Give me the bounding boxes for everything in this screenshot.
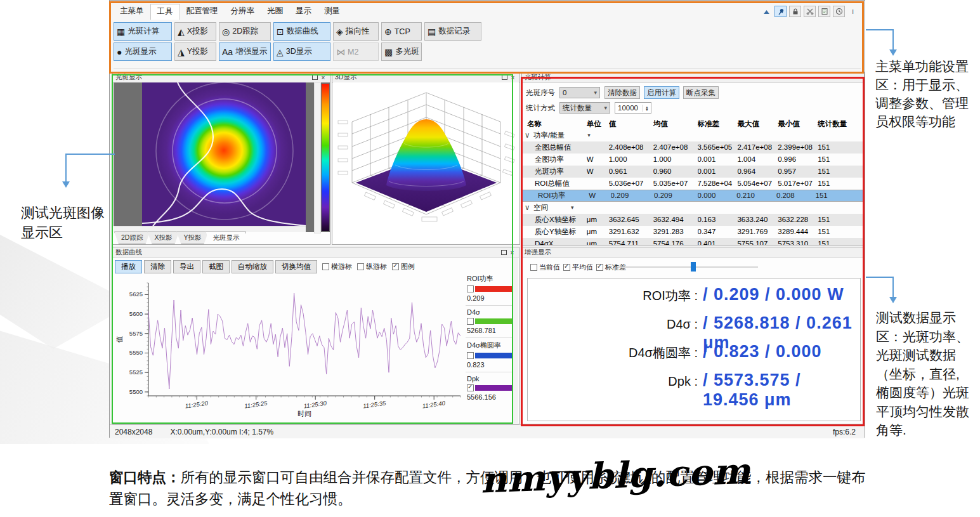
menu-item-2[interactable]: 配置管理 — [180, 4, 225, 20]
toolbar-button-pointing[interactable]: ◈ 指向性 — [333, 22, 379, 41]
collapse-icon[interactable] — [761, 6, 772, 16]
vertical-scrollbar[interactable] — [314, 82, 321, 233]
collapse-arrow-icon[interactable]: ∨ — [522, 129, 533, 141]
info-icon[interactable]: i — [847, 6, 858, 16]
tab-2D跟踪[interactable]: 2D跟踪 — [114, 232, 150, 244]
restore-window-icon[interactable] — [500, 249, 508, 256]
toolbar-button-data-curve[interactable]: ⊡ 数据曲线 — [273, 22, 330, 41]
toolbar-button-data-record[interactable]: ▤ 数据记录 — [424, 22, 481, 41]
panel-titlebar: 光斑计算 — [522, 72, 864, 83]
table-row[interactable]: 光斑功率W0.9610.9600.0010.9640.957151 — [522, 166, 864, 178]
tab-X投影[interactable]: X投影 — [147, 232, 179, 244]
menu-item-4[interactable]: 光圈 — [261, 4, 289, 20]
calc-button-1[interactable]: 启用计算 — [644, 86, 679, 99]
pin-icon[interactable] — [774, 6, 787, 17]
legend-scrollbar[interactable] — [513, 258, 518, 423]
stat-mode-label: 统计方式 — [526, 103, 555, 113]
slider-handle[interactable] — [691, 262, 696, 272]
calc-button-0[interactable]: 清除数据 — [604, 86, 640, 99]
legend-checkbox[interactable] — [467, 318, 474, 325]
menu-item-1[interactable]: 工具 — [150, 4, 180, 20]
toolbar-button-m2[interactable]: ⋈ M2 — [333, 43, 379, 61]
checkbox-icon[interactable] — [322, 263, 329, 270]
enhanced-checkbox-1[interactable]: 平均值 — [563, 263, 593, 272]
menu-item-3[interactable]: 分辨率 — [225, 4, 261, 20]
legend-checkbox[interactable] — [467, 384, 474, 391]
table-group-row[interactable]: ∨ 空间 ▾ — [522, 202, 864, 214]
tab-Y投影[interactable]: Y投影 — [176, 232, 208, 244]
stat-count-spinner[interactable]: 10000 ▴▾ — [615, 102, 651, 114]
toolbar-button-y-projection[interactable]: ◮ Y投影 — [174, 43, 216, 61]
data-record-icon: ▤ — [428, 27, 436, 36]
toolbar: ▦ 光斑计算 ◭ X投影 ◎ 2D跟踪 ⊡ 数据曲线 ◈ 指向性 ⊕ TCP ▤… — [114, 22, 861, 69]
close-icon[interactable]: × — [319, 74, 327, 81]
beam-seq-select[interactable]: 0▾ — [559, 87, 600, 98]
close-icon[interactable]: × — [509, 74, 517, 81]
status-resolution: 2048x2048 — [115, 428, 152, 436]
chevron-down-icon[interactable]: ▾ — [587, 129, 591, 141]
surface-plot[interactable] — [333, 82, 519, 244]
checkbox-icon[interactable] — [530, 264, 537, 271]
enhanced-checkbox-0[interactable]: 当前值 — [530, 263, 560, 272]
checkbox-icon[interactable] — [357, 263, 364, 270]
stats-table: 名称单位值均值标准差最大值最小值统计数量 ∨ 功率/能量 ▾全图总幅值2.408… — [522, 118, 864, 245]
curve-checkbox-1[interactable]: 纵游标 — [357, 262, 387, 272]
legend-color-bar — [475, 353, 516, 358]
curve-button-3[interactable]: 截图 — [202, 260, 230, 273]
curve-button-4[interactable]: 自动缩放 — [232, 260, 273, 273]
history-icon[interactable] — [833, 6, 845, 17]
table-row[interactable]: 全图总幅值2.408e+082.407e+083.565e+052.417e+0… — [522, 141, 864, 154]
legend-color-bar — [475, 318, 516, 324]
calc-button-2[interactable]: 断点采集 — [683, 86, 719, 99]
table-row[interactable]: ROI功率W0.2090.2090.0000.2100.208151 — [522, 190, 864, 202]
collapse-arrow-icon[interactable]: ∨ — [522, 202, 533, 214]
beam-display-icon: ● — [117, 48, 122, 56]
legend-checkbox[interactable] — [467, 352, 474, 359]
table-group-row[interactable]: ∨ 功率/能量 ▾ — [522, 129, 864, 141]
legend-checkbox[interactable] — [467, 285, 474, 292]
beam-seq-label: 光斑序号 — [526, 88, 555, 98]
table-row[interactable]: ROI总幅值5.036e+075.035e+077.528e+045.054e+… — [522, 178, 864, 190]
curve-button-1[interactable]: 清除 — [144, 260, 171, 273]
toolbar-button-3d-display[interactable]: ◬ 3D显示 — [273, 43, 330, 61]
data-curve-icon: ⊡ — [277, 27, 284, 36]
panel-title: 增强显示 — [525, 248, 551, 257]
toolbar-button-multi-beam[interactable]: ▩ 多光斑 — [381, 43, 422, 61]
menu-item-6[interactable]: 测量 — [318, 4, 346, 20]
checkbox-icon[interactable] — [392, 263, 399, 270]
toolbar-button-enhanced-display[interactable]: Aa 增强显示 — [219, 43, 271, 61]
legend-color-bar — [475, 385, 516, 391]
chevron-down-icon[interactable]: ▾ — [571, 202, 574, 214]
menu-item-5[interactable]: 显示 — [289, 4, 318, 20]
curve-checkbox-2[interactable]: 图例 — [392, 262, 415, 272]
toolbar-button-x-projection[interactable]: ◭ X投影 — [174, 22, 216, 41]
toolbar-button-beam-calc[interactable]: ▦ 光斑计算 — [114, 22, 172, 41]
svg-text:5500: 5500 — [129, 388, 143, 395]
save-icon[interactable] — [818, 6, 830, 17]
chart-legend: ROI功率 0.209 D4σ 5268.781 D4σ椭圆率 0.823 Dp… — [466, 273, 516, 401]
close-icon[interactable]: × — [508, 249, 516, 256]
checkbox-icon[interactable] — [596, 264, 603, 271]
curve-button-5[interactable]: 切换均值 — [275, 260, 317, 273]
stat-mode-select[interactable]: 统计数量▾ — [559, 102, 610, 114]
curve-button-2[interactable]: 导出 — [173, 260, 200, 273]
font-size-slider[interactable] — [617, 266, 758, 268]
cut-icon[interactable] — [804, 6, 816, 17]
curve-button-0[interactable]: 播放 — [115, 260, 142, 273]
toolbar-button-beam-display[interactable]: ● 光斑显示 — [114, 43, 172, 61]
table-row[interactable]: D4σXμm5754.7115754.1760.4015755.1075753.… — [522, 238, 864, 245]
checkbox-icon[interactable] — [563, 264, 570, 271]
curve-checkbox-0[interactable]: 横游标 — [322, 262, 352, 272]
table-row[interactable]: 质心Y轴坐标μm3291.6323291.2830.3473291.769328… — [522, 226, 864, 238]
table-row[interactable]: 全图功率W1.0001.0000.0011.0040.996151 — [522, 154, 864, 166]
trend-chart[interactable]: 55005525555055755600562511:25:2011:25:25… — [114, 275, 464, 419]
tab-光斑显示[interactable]: 光斑显示 — [206, 232, 246, 244]
toolbar-button-tcp[interactable]: ⊕ TCP — [381, 22, 422, 41]
menu-item-0[interactable]: 主菜单 — [114, 4, 150, 20]
y-projection-icon: ◮ — [178, 48, 185, 56]
float-window-icon[interactable] — [500, 74, 509, 81]
table-row[interactable]: 质心X轴坐标μm3632.6453632.4940.1633633.240363… — [522, 214, 864, 226]
toolbar-button-2d-tracking[interactable]: ◎ 2D跟踪 — [219, 22, 271, 41]
float-window-icon[interactable] — [311, 74, 319, 81]
lock-icon[interactable] — [789, 6, 801, 17]
